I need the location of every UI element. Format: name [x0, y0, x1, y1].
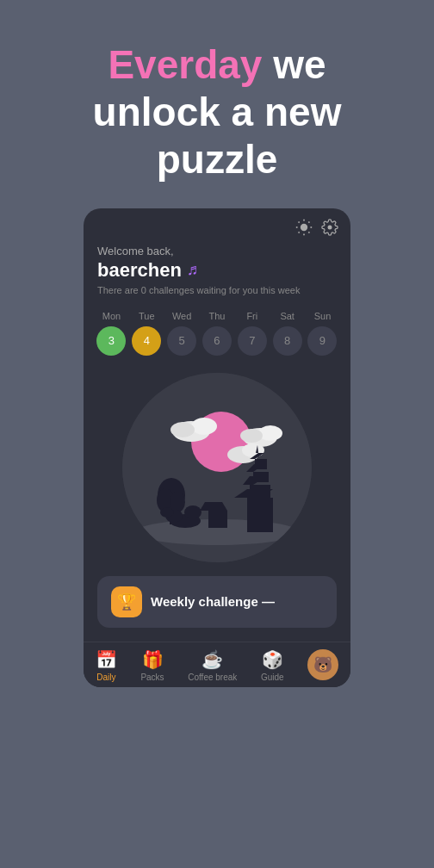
username: baerchen	[97, 259, 182, 282]
hero-title: Everday we unlock a new puzzle	[93, 41, 342, 184]
days-row: Mon Tue Wed Thu Fri Sat Sun 3 4 5 6 7 8 …	[84, 304, 350, 366]
svg-rect-29	[208, 511, 227, 528]
settings-icon[interactable]	[321, 219, 338, 236]
day-4[interactable]: 4	[132, 326, 161, 356]
svg-rect-26	[255, 459, 267, 469]
day-label-fri: Fri	[238, 311, 267, 321]
challenge-status: There are 0 challenges waiting for you t…	[97, 285, 337, 295]
hero-line2: unlock a new	[93, 90, 342, 134]
nav-coffee[interactable]: ☕ Coffee break	[179, 649, 245, 682]
card-topbar	[84, 208, 350, 241]
hero-section: Everday we unlock a new puzzle	[67, 41, 368, 184]
svg-point-0	[301, 223, 307, 230]
guide-icon: 🎲	[262, 649, 283, 670]
svg-point-38	[184, 505, 202, 519]
bottom-nav: 📅 Daily 🎁 Packs ☕ Coffee break 🎲 Guide 🐻	[84, 642, 350, 687]
day-label-tue: Tue	[132, 311, 161, 321]
calendar-icon: 📅	[96, 649, 117, 670]
day-label-thu: Thu	[202, 311, 232, 321]
svg-line-7	[299, 232, 300, 232]
weekly-challenge-label: Weekly challenge —	[151, 594, 275, 609]
day-6[interactable]: 6	[202, 326, 232, 356]
day-5[interactable]: 5	[167, 326, 196, 356]
day-3[interactable]: 3	[96, 326, 126, 356]
svg-rect-24	[253, 472, 269, 482]
nav-daily[interactable]: 📅 Daily	[87, 649, 126, 682]
nav-packs[interactable]: 🎁 Packs	[132, 649, 172, 682]
nav-daily-label: Daily	[96, 673, 115, 682]
nav-avatar[interactable]: 🐻	[299, 649, 347, 682]
day-label-wed: Wed	[167, 311, 196, 321]
svg-rect-22	[250, 485, 270, 498]
scene-svg	[122, 373, 312, 562]
day-7[interactable]: 7	[238, 326, 267, 356]
brightness-icon[interactable]	[295, 219, 313, 236]
svg-point-18	[242, 443, 264, 457]
coffee-icon: ☕	[202, 649, 223, 670]
svg-rect-20	[247, 498, 273, 532]
username-row: baerchen ♬	[97, 259, 337, 282]
svg-point-13	[170, 422, 195, 437]
svg-point-37	[160, 507, 174, 518]
nav-packs-label: Packs	[140, 673, 164, 682]
username-icon: ♬	[187, 261, 199, 279]
trophy-icon: 🏆	[111, 586, 142, 617]
greeting-text: Welcome back,	[97, 245, 337, 257]
svg-line-8	[308, 221, 309, 222]
avatar-icon: 🐻	[307, 649, 338, 680]
svg-point-16	[240, 429, 263, 443]
packs-icon: 🎁	[142, 649, 164, 670]
svg-point-12	[191, 418, 217, 435]
day-label-mon: Mon	[96, 311, 126, 321]
hero-line1-rest: we	[262, 42, 326, 87]
days-labels: Mon Tue Wed Thu Fri Sat Sun	[94, 311, 340, 321]
nav-coffee-label: Coffee break	[188, 673, 237, 682]
day-8[interactable]: 8	[273, 326, 302, 356]
svg-line-4	[308, 232, 309, 232]
daily-illustration	[122, 373, 312, 562]
nav-guide-label: Guide	[261, 673, 284, 682]
day-9[interactable]: 9	[307, 326, 337, 356]
nav-guide[interactable]: 🎲 Guide	[252, 649, 293, 682]
days-circles: 3 4 5 6 7 8 9	[94, 326, 340, 356]
svg-line-3	[299, 221, 300, 222]
phone-card: Welcome back, baerchen ♬ There are 0 cha…	[84, 208, 350, 687]
hero-line3: puzzle	[157, 137, 278, 182]
weekly-challenge-button[interactable]: 🏆 Weekly challenge —	[97, 576, 337, 628]
welcome-section: Welcome back, baerchen ♬ There are 0 cha…	[84, 241, 350, 304]
svg-point-15	[258, 425, 282, 441]
hero-highlight: Everday	[108, 42, 262, 87]
day-label-sun: Sun	[307, 311, 337, 321]
day-label-sat: Sat	[273, 311, 302, 321]
